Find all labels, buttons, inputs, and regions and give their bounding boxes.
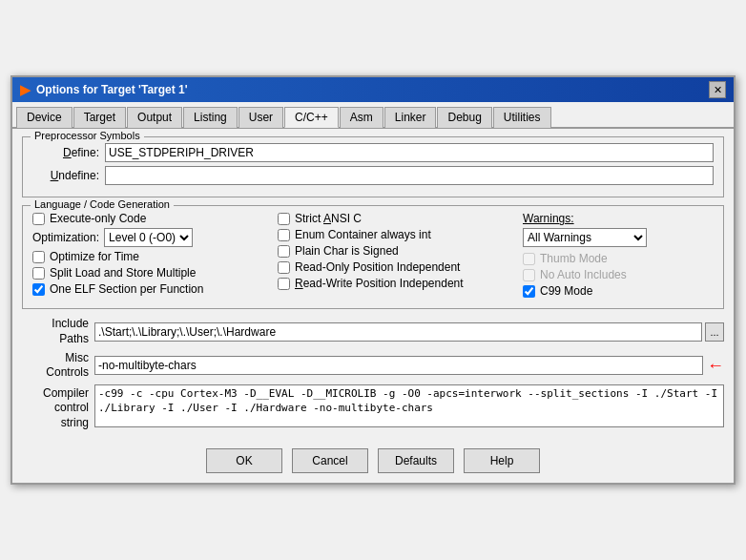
tab-linker[interactable]: Linker bbox=[384, 107, 437, 128]
thumb-mode-row: Thumb Mode bbox=[523, 252, 714, 265]
one-elf-row: One ELF Section per Function bbox=[32, 282, 268, 296]
readwrite-pos-label: Read-Write Position Independent bbox=[295, 277, 464, 290]
split-load-label: Split Load and Store Multiple bbox=[50, 266, 196, 280]
content-area: Preprocessor Symbols Define: Undefine: L… bbox=[12, 129, 734, 442]
dialog-title: Options for Target 'Target 1' bbox=[36, 83, 188, 96]
cancel-button[interactable]: Cancel bbox=[292, 448, 368, 473]
enum-container-label: Enum Container always int bbox=[295, 228, 431, 241]
app-icon: ▶ bbox=[20, 82, 31, 97]
optimization-row: Optimization: Level 0 (-O0) Level 1 (-O1… bbox=[32, 228, 268, 247]
define-row: Define: bbox=[32, 143, 714, 162]
strict-ansi-row: Strict ANSI C bbox=[278, 212, 513, 225]
plain-char-label: Plain Char is Signed bbox=[295, 244, 399, 258]
warnings-label: Warnings: bbox=[523, 212, 714, 225]
misc-controls-label: Misc Controls bbox=[22, 351, 89, 381]
readonly-pos-row: Read-Only Position Independent bbox=[278, 260, 513, 274]
tab-utilities[interactable]: Utilities bbox=[493, 107, 551, 128]
readwrite-pos-checkbox[interactable] bbox=[278, 278, 290, 290]
warnings-heading: Warnings: bbox=[523, 212, 574, 225]
no-auto-includes-row: No Auto Includes bbox=[523, 268, 714, 281]
warnings-select[interactable]: All Warnings No Warnings bbox=[523, 228, 647, 247]
undefine-input[interactable] bbox=[105, 166, 714, 185]
lang-col-left: Execute-only Code Optimization: Level 0 … bbox=[32, 212, 268, 301]
one-elf-label: One ELF Section per Function bbox=[50, 282, 203, 296]
execute-only-row: Execute-only Code bbox=[32, 212, 268, 225]
enum-container-checkbox[interactable] bbox=[278, 229, 290, 241]
thumb-mode-checkbox[interactable] bbox=[523, 253, 535, 265]
bottom-buttons: OK Cancel Defaults Help bbox=[12, 443, 734, 483]
execute-only-checkbox[interactable] bbox=[32, 213, 45, 225]
one-elf-checkbox[interactable] bbox=[32, 283, 45, 296]
define-label: Define: bbox=[32, 146, 99, 159]
compiler-string-textarea[interactable]: -c99 -c -cpu Cortex-M3 -D__EVAL -D__MICR… bbox=[94, 384, 724, 427]
misc-controls-row: Misc Controls ← bbox=[22, 351, 724, 381]
undefine-row: Undefine: bbox=[32, 166, 714, 185]
compiler-string-label: Compiler control string bbox=[22, 384, 89, 431]
readonly-pos-label: Read-Only Position Independent bbox=[295, 260, 460, 274]
no-auto-includes-checkbox[interactable] bbox=[523, 269, 535, 281]
defaults-button[interactable]: Defaults bbox=[378, 448, 454, 473]
include-paths-wrap: ... bbox=[94, 322, 724, 342]
plain-char-row: Plain Char is Signed bbox=[278, 244, 513, 258]
enum-container-row: Enum Container always int bbox=[278, 228, 513, 241]
c99-mode-row: C99 Mode bbox=[523, 284, 714, 298]
optimize-time-row: Optimize for Time bbox=[32, 250, 268, 263]
title-bar-left: ▶ Options for Target 'Target 1' bbox=[20, 82, 188, 97]
include-paths-input[interactable] bbox=[94, 322, 702, 342]
strict-ansi-checkbox[interactable] bbox=[278, 213, 290, 225]
thumb-mode-label: Thumb Mode bbox=[540, 252, 608, 265]
define-input[interactable] bbox=[105, 143, 714, 162]
ok-button[interactable]: OK bbox=[206, 448, 282, 473]
compiler-string-row: Compiler control string -c99 -c -cpu Cor… bbox=[22, 384, 724, 431]
tabs-bar: Device Target Output Listing User C/C++ … bbox=[12, 102, 734, 129]
plain-char-checkbox[interactable] bbox=[278, 245, 290, 258]
preprocessor-group-title: Preprocessor Symbols bbox=[31, 130, 144, 141]
include-paths-row: Include Paths ... bbox=[22, 317, 724, 346]
include-paths-label: Include Paths bbox=[22, 317, 89, 346]
tab-target[interactable]: Target bbox=[73, 107, 126, 128]
tab-asm[interactable]: Asm bbox=[340, 107, 383, 128]
execute-only-label: Execute-only Code bbox=[50, 212, 146, 225]
tab-output[interactable]: Output bbox=[127, 107, 182, 128]
lang-col-middle: Strict ANSI C Enum Container always int … bbox=[278, 212, 513, 301]
tab-user[interactable]: User bbox=[238, 107, 283, 128]
include-paths-browse[interactable]: ... bbox=[705, 322, 724, 342]
split-load-checkbox[interactable] bbox=[32, 267, 45, 280]
preprocessor-group: Preprocessor Symbols Define: Undefine: bbox=[22, 136, 724, 197]
optimize-time-label: Optimize for Time bbox=[50, 250, 139, 263]
c99-mode-checkbox[interactable] bbox=[523, 285, 535, 298]
help-button[interactable]: Help bbox=[464, 448, 540, 473]
split-load-row: Split Load and Store Multiple bbox=[32, 266, 268, 280]
title-bar: ▶ Options for Target 'Target 1' ✕ bbox=[12, 77, 734, 102]
misc-controls-input[interactable] bbox=[94, 356, 703, 375]
language-section: Execute-only Code Optimization: Level 0 … bbox=[32, 212, 714, 301]
red-arrow-indicator: ← bbox=[707, 356, 724, 376]
tab-debug[interactable]: Debug bbox=[437, 107, 491, 128]
lang-col-right: Warnings: All Warnings No Warnings Thumb… bbox=[523, 212, 714, 301]
tab-device[interactable]: Device bbox=[16, 107, 73, 128]
readonly-pos-checkbox[interactable] bbox=[278, 261, 290, 274]
c99-mode-label: C99 Mode bbox=[540, 284, 592, 298]
readwrite-pos-row: Read-Write Position Independent bbox=[278, 277, 513, 290]
strict-ansi-label: Strict ANSI C bbox=[295, 212, 362, 225]
language-group: Language / Code Generation Execute-only … bbox=[22, 205, 724, 309]
optimization-select[interactable]: Level 0 (-O0) Level 1 (-O1) Level 2 (-O2… bbox=[104, 228, 193, 247]
dialog: ▶ Options for Target 'Target 1' ✕ Device… bbox=[10, 75, 736, 484]
no-auto-includes-label: No Auto Includes bbox=[540, 268, 627, 281]
tab-cpp[interactable]: C/C++ bbox=[284, 107, 339, 128]
tab-listing[interactable]: Listing bbox=[183, 107, 238, 128]
close-button[interactable]: ✕ bbox=[709, 81, 726, 98]
optimization-label: Optimization: bbox=[32, 231, 99, 244]
language-group-title: Language / Code Generation bbox=[31, 198, 174, 210]
undefine-label: Undefine: bbox=[32, 169, 99, 182]
optimize-time-checkbox[interactable] bbox=[32, 251, 45, 263]
